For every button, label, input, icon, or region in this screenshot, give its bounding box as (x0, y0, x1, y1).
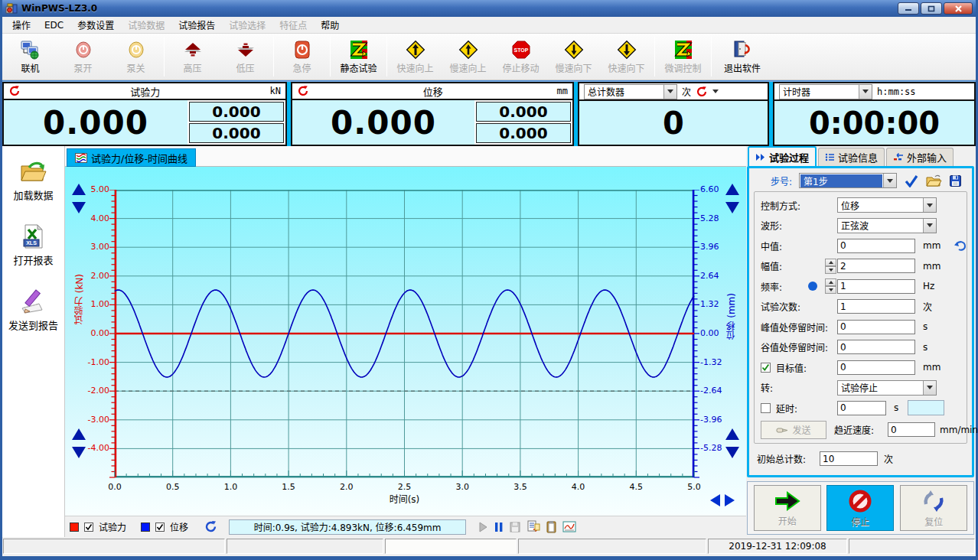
peak-dwell-label: 峰值处停留时间: (761, 321, 828, 334)
step-select[interactable]: 第1步 (799, 173, 897, 188)
frequency-row: 频率: Hz (758, 276, 963, 297)
slow-down-label: 慢速向下 (555, 61, 592, 74)
open-folder-icon[interactable] (926, 174, 942, 187)
displacement-reset-icon[interactable] (297, 85, 309, 97)
force-reset-icon[interactable] (8, 85, 21, 97)
chevron-down-icon[interactable] (923, 219, 936, 233)
test-count-row: 试验次数: 次 (758, 297, 963, 317)
control-mode-select[interactable]: 位移 (837, 197, 937, 213)
sidebar-item-load-data[interactable]: 加载数据 (13, 160, 53, 202)
amplitude-input[interactable] (837, 259, 915, 273)
chevron-down-icon[interactable] (663, 85, 676, 99)
left-axis-scroll-down[interactable] (70, 428, 88, 458)
arrow-up-icon[interactable] (725, 428, 739, 440)
static-test-button[interactable]: 静态试验 (332, 34, 385, 79)
arrow-down-icon[interactable] (72, 447, 86, 458)
refresh-icon[interactable] (204, 520, 217, 533)
chevron-down-icon[interactable] (859, 85, 872, 99)
arrow-down-icon[interactable] (725, 447, 739, 458)
slow-down-button: 慢速向下 (547, 34, 600, 79)
send-to-report-label: 发送到报告 (8, 317, 58, 332)
waveform-row: 波形: 正弦波 (758, 216, 963, 236)
arrow-down-icon[interactable] (725, 202, 739, 213)
timer-select[interactable]: 计时器 (779, 84, 872, 99)
delay-checkbox[interactable] (761, 403, 771, 413)
chevron-down-icon[interactable] (923, 198, 936, 212)
restore-button[interactable] (921, 2, 942, 15)
menu-help[interactable]: 帮助 (314, 17, 346, 33)
curve-window-icon[interactable] (562, 521, 576, 532)
counter-reset-icon[interactable] (696, 86, 708, 98)
chevron-down-icon[interactable] (883, 174, 896, 187)
menu-operate[interactable]: 操作 (5, 17, 37, 33)
chevron-down-icon[interactable] (923, 381, 936, 395)
start-label: 开始 (778, 514, 797, 527)
pointing-hand-icon (776, 425, 788, 435)
right-axis-scroll-down[interactable] (723, 428, 742, 458)
chart-canvas[interactable]: 5.004.003.002.001.000.00-1.00-2.00-3.00-… (65, 167, 746, 516)
mid-value-input[interactable] (837, 239, 915, 253)
static-test-label: 静态试验 (340, 61, 377, 74)
displacement-series-checkbox[interactable] (155, 523, 165, 532)
stop-button[interactable]: 停止 (826, 485, 894, 531)
arrow-up-icon[interactable] (72, 428, 86, 440)
left-axis-scroll-up[interactable] (70, 184, 88, 213)
initial-count-input[interactable] (820, 451, 878, 466)
right-tick-label: 3.96 (700, 242, 738, 252)
sidebar-item-send-to-report[interactable]: 发送到报告 (8, 288, 58, 332)
minimize-button[interactable] (898, 2, 919, 15)
valley-dwell-input[interactable] (837, 340, 915, 354)
menu-parameter-settings[interactable]: 参数设置 (70, 17, 121, 33)
arrow-right-icon[interactable] (725, 494, 735, 506)
amplitude-stepper[interactable] (825, 259, 836, 274)
arrow-down-icon[interactable] (72, 202, 86, 213)
x-tick-label: 0.5 (158, 482, 188, 492)
status-cell (3, 539, 225, 554)
counter-select[interactable]: 总计数器 (584, 84, 677, 99)
arrow-up-icon[interactable] (725, 184, 739, 195)
x-tick-label: 5.0 (679, 482, 709, 492)
apply-check-icon[interactable] (904, 174, 919, 187)
waveform-select[interactable]: 正弦波 (837, 218, 937, 233)
connect-button[interactable]: 联机 (4, 34, 57, 79)
save-step-icon[interactable] (949, 174, 962, 187)
chart-tab[interactable]: 试验力/位移-时间曲线 (67, 148, 196, 167)
fine-tune-icon (673, 40, 693, 60)
copy-curve-icon[interactable] (546, 520, 557, 533)
undo-icon[interactable] (954, 240, 967, 251)
close-button[interactable] (944, 2, 973, 15)
tab-test-info[interactable]: 试验信息 (818, 148, 885, 166)
right-axis-scroll-up[interactable] (723, 184, 742, 213)
sidebar-item-open-report[interactable]: XLS 打开报表 (13, 223, 53, 267)
counter-reset-menu-icon[interactable] (712, 90, 719, 93)
toolbar-separator (330, 37, 331, 77)
displacement-title: 位移 (314, 84, 553, 99)
menu-test-report[interactable]: 试验报告 (171, 17, 222, 33)
pause-icon[interactable] (494, 521, 504, 533)
target-checkbox[interactable] (761, 363, 771, 373)
menu-feature-points: 特征点 (272, 17, 314, 33)
peak-dwell-input[interactable] (837, 320, 915, 334)
chart-tab-label: 试验力/位移-时间曲线 (91, 151, 187, 165)
tab-test-process[interactable]: 试验过程 (748, 146, 817, 166)
fast-up-label: 快速向上 (396, 61, 433, 74)
delay-input[interactable] (837, 401, 886, 415)
menu-edc[interactable]: EDC (37, 18, 70, 32)
displacement-series-swatch (141, 523, 150, 532)
target-input[interactable] (837, 360, 915, 375)
turn-to-select[interactable]: 试验停止 (837, 380, 937, 396)
tab-external-input[interactable]: 外部输入 (886, 148, 954, 166)
peak-dwell-unit: s (923, 321, 927, 332)
approach-speed-label: 趋近速度: (834, 423, 874, 436)
arrow-up-icon[interactable] (72, 184, 86, 195)
force-series-checkbox[interactable] (84, 523, 93, 532)
approach-speed-input[interactable] (888, 422, 935, 437)
exit-button[interactable]: 退出软件 (713, 34, 771, 79)
test-count-input[interactable] (837, 299, 915, 314)
export-report-icon[interactable] (526, 520, 540, 533)
fine-tune-button: 微调控制 (657, 34, 709, 79)
frequency-stepper[interactable] (825, 278, 836, 294)
x-axis-scroll[interactable] (710, 494, 735, 506)
arrow-left-icon[interactable] (710, 494, 720, 506)
frequency-input[interactable] (837, 279, 915, 294)
